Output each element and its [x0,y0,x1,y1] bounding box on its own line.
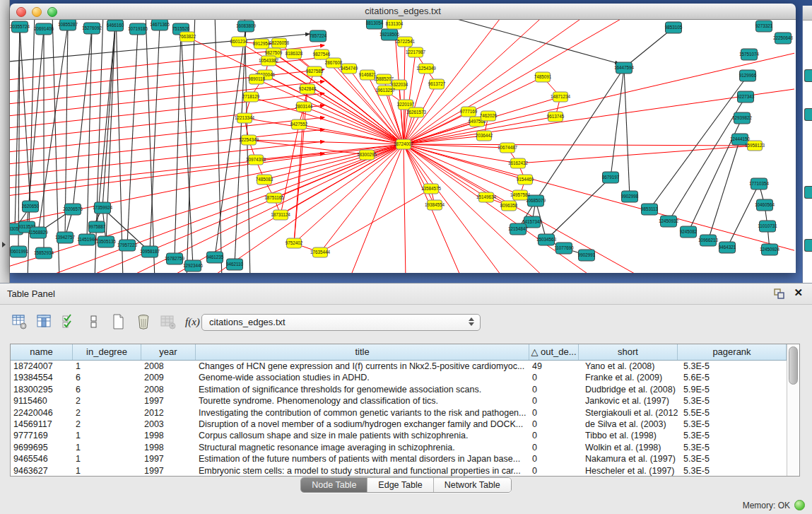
scrollbar-thumb[interactable] [789,346,798,385]
graph-node[interactable]: 13942757 [55,232,76,243]
graph-node[interactable]: 2803144 [295,102,313,112]
graph-node[interactable]: 10958187 [140,246,160,257]
tab-node-table[interactable]: Node Table [301,478,367,492]
delete-table-icon[interactable] [136,313,151,330]
graph-node[interactable]: 7462026 [480,111,498,121]
graph-node[interactable]: 9273321 [755,21,773,32]
column-header-pagerank[interactable]: pagerank [678,344,787,360]
graph-node[interactable]: 9853105 [665,22,683,33]
graph-node[interactable]: 13505135 [96,236,117,247]
graph-node[interactable]: 2036442 [476,131,493,141]
graph-node[interactable]: 8679197 [602,172,620,183]
graph-node[interactable]: 10460564 [755,199,775,211]
left-splitter-strip[interactable] [0,0,10,283]
table-vertical-scrollbar[interactable] [787,344,799,476]
graph-node[interactable]: 12450924 [760,244,780,255]
graph-node[interactable]: 18226058 [269,38,290,48]
graph-node[interactable]: 20355724 [10,21,30,33]
graph-node[interactable]: 12450932 [659,216,679,227]
graph-node[interactable]: 9154469 [517,175,534,185]
graph-node[interactable]: 9129966 [739,70,757,81]
close-panel-icon[interactable]: ✕ [794,286,803,299]
tab-edge-table[interactable]: Edge Table [367,478,433,492]
table-row[interactable]: 911546021997Tourette syndrome. Phenomeno… [11,395,787,407]
graph-node[interactable]: 9890118 [248,74,266,84]
graph-node[interactable]: 15034563 [536,234,557,245]
graph-node[interactable]: 8186328 [286,49,303,59]
new-table-icon[interactable] [111,313,126,330]
select-all-icon[interactable] [61,313,77,330]
graph-node[interactable]: 2718129 [242,92,260,102]
graph-node[interactable]: 9613727 [428,79,446,89]
graph-node[interactable]: 11568829 [28,227,48,238]
graph-node[interactable]: 18731124 [271,210,290,220]
graph-node[interactable]: 7485083 [256,175,273,185]
column-header-name[interactable]: name [11,344,73,360]
graph-node[interactable]: 18300295 [357,150,377,160]
graph-node[interactable]: 8131304 [386,20,404,29]
graph-node[interactable]: 15852934 [34,247,54,259]
graph-node[interactable]: 17635444 [310,247,331,257]
graph-node[interactable]: 8427552 [290,119,308,129]
clear-selection-icon[interactable] [86,313,102,330]
column-header-title[interactable]: title [196,344,529,360]
table-selector-dropdown[interactable]: citations_edges.txt [201,314,481,331]
graph-node[interactable]: 8601234 [230,37,248,47]
window-titlebar[interactable]: citations_edges.txt [10,4,796,20]
graph-node[interactable]: 9827585 [306,66,324,76]
column-header-out_de[interactable]: △ out_de... [529,344,579,360]
graph-node[interactable]: 15722541 [395,37,416,47]
graph-node[interactable]: 12217987 [406,47,426,57]
graph-node[interactable]: 9464321 [719,242,736,253]
graph-node[interactable]: 12154847 [508,223,529,235]
table-settings-icon[interactable] [12,313,28,330]
table-row[interactable]: 946554611997Estimation of the future num… [11,453,787,465]
graph-node[interactable]: 7663822 [179,32,196,42]
graph-node[interactable]: 20206576 [63,204,83,215]
graph-node[interactable]: 9777169 [460,107,478,117]
graph-node[interactable]: 16782759 [165,253,185,264]
graph-node[interactable]: 11254349 [416,64,436,74]
graph-node[interactable]: 8813054 [366,20,384,29]
graph-node[interactable]: 18724007 [394,139,414,149]
graph-node[interactable]: 14871234 [551,92,571,102]
graph-node[interactable]: 12923446 [183,260,204,271]
graph-node[interactable]: 10543382 [259,56,279,66]
graph-node[interactable]: 16162432 [508,158,529,168]
graph-node[interactable]: 10674487 [498,143,518,153]
graph-node[interactable]: 14671365 [150,20,170,30]
graph-node[interactable]: 13584575 [421,184,442,194]
graph-node[interactable]: 22250648 [773,33,794,44]
tab-network-table[interactable]: Network Table [434,478,511,492]
column-header-year[interactable]: year [141,344,196,360]
graph-node[interactable]: 7857224 [310,30,327,42]
graph-node[interactable]: 16447594 [614,62,635,74]
graph-node[interactable]: 15276092 [82,23,102,34]
graph-node[interactable]: 9242848 [299,84,317,94]
graph-node[interactable]: 11077690 [554,243,574,254]
graph-node[interactable]: 10966213 [698,235,719,246]
graph-node[interactable]: 15751074 [739,49,760,60]
graph-node[interactable]: 8912954 [253,39,271,49]
graph-node[interactable]: 8096358 [500,201,518,211]
graph-node[interactable]: 14957584 [510,190,531,200]
function-builder-icon[interactable]: f(x) [185,313,201,330]
graph-node[interactable]: 12939822 [732,112,753,124]
table-row[interactable]: 946362711997Embryonic stem cells: a mode… [11,465,787,476]
graph-node[interactable]: 2620650 [22,201,40,212]
graph-node[interactable]: 9461235 [206,252,224,263]
graph-node[interactable]: 18751165 [264,193,284,203]
graph-node[interactable]: 9752402 [286,238,303,248]
graph-node[interactable]: 17957223 [117,240,138,251]
graph-node[interactable]: 9902991 [578,250,596,261]
table-row[interactable]: 1938455462009Genome-wide association stu… [11,372,787,383]
graph-node[interactable]: 17710354 [749,178,770,189]
graph-node[interactable]: 20601991 [10,246,28,257]
graph-node[interactable]: 19613257 [375,86,396,95]
column-header-short[interactable]: short [579,344,678,360]
graph-node[interactable]: 12254349 [239,135,259,145]
close-window-button[interactable] [16,7,26,17]
table-row[interactable]: 1872400712008Changes of HCN gene express… [11,361,787,372]
zoom-window-button[interactable] [47,7,57,17]
graph-node[interactable]: 9462110 [226,259,244,270]
